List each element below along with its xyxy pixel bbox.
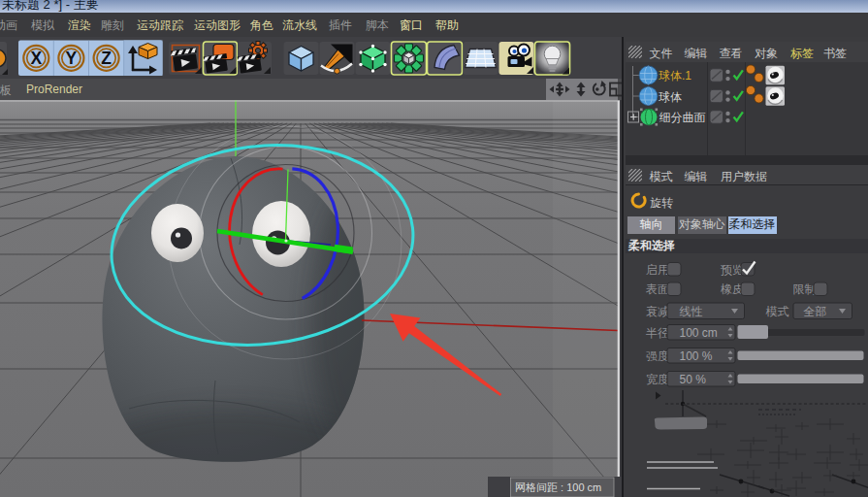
svg-text:强度: 强度 <box>646 349 669 363</box>
svg-text:细分曲面: 细分曲面 <box>659 111 706 124</box>
svg-text:球体.1: 球体.1 <box>659 69 691 83</box>
svg-text:全部: 全部 <box>804 305 827 318</box>
svg-text:衰减: 衰减 <box>646 305 669 318</box>
svg-text:100 %: 100 % <box>680 349 713 363</box>
svg-text:限制: 限制 <box>793 282 817 296</box>
svg-text:X: X <box>30 49 42 68</box>
svg-text:宽度: 宽度 <box>646 373 669 386</box>
svg-text:Z: Z <box>101 49 112 68</box>
svg-text:启用: 启用 <box>646 263 669 277</box>
svg-text:表面: 表面 <box>646 282 669 296</box>
svg-text:球体: 球体 <box>659 90 682 104</box>
svg-text:模式: 模式 <box>766 305 789 318</box>
svg-text:线性: 线性 <box>680 305 703 318</box>
svg-text:半径: 半径 <box>646 326 669 340</box>
svg-text:50 %: 50 % <box>680 373 707 386</box>
svg-text:橡皮: 橡皮 <box>721 282 744 296</box>
svg-text:网格间距 : 100 cm: 网格间距 : 100 cm <box>515 481 601 493</box>
svg-text:Y: Y <box>66 49 78 68</box>
svg-text:100 cm: 100 cm <box>680 326 718 340</box>
svg-text:预览: 预览 <box>721 263 744 277</box>
